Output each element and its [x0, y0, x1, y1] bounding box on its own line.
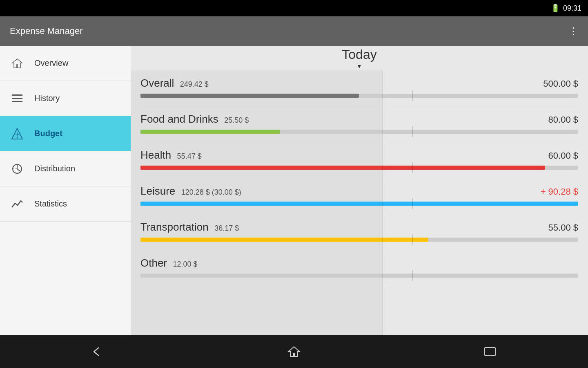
- sidebar-item-statistics[interactable]: Statistics: [0, 186, 131, 222]
- budget-spent-health: 55.47 $: [177, 152, 202, 160]
- progress-container-overall: [140, 94, 578, 98]
- back-button[interactable]: [82, 335, 114, 368]
- app-bar: Expense Manager ⋮: [0, 16, 588, 46]
- budget-item-food: Food and Drinks 25.50 $ 80.00 $: [140, 106, 578, 142]
- status-bar: 🔋 09:31: [0, 0, 588, 16]
- budget-item-leisure: Leisure 120.28 $ (30.00 $) + 90.28 $: [140, 178, 578, 214]
- budget-item-header-leisure: Leisure 120.28 $ (30.00 $) + 90.28 $: [140, 185, 578, 197]
- statistics-icon: [10, 198, 24, 210]
- main-content: Overview History: [0, 46, 588, 335]
- status-time: 09:31: [563, 4, 581, 13]
- budget-title-leisure: Leisure: [140, 185, 175, 197]
- budget-limit-overall: 500.00 $: [543, 79, 578, 89]
- budget-limit-health: 60.00 $: [548, 150, 578, 161]
- today-label: Today: [342, 47, 376, 62]
- content-area: Today ▼ Overall 249.42 $ 500.00 $: [131, 46, 588, 335]
- budget-spent-leisure: 120.28 $ (30.00 $): [181, 188, 241, 196]
- content-wrapper: Overall 249.42 $ 500.00 $ Food and D: [131, 70, 588, 335]
- budget-item-header-health: Health 55.47 $ 60.00 $: [140, 149, 578, 162]
- sidebar-label-statistics: Statistics: [34, 199, 67, 209]
- recents-button[interactable]: [474, 335, 506, 368]
- progress-bar-food: [140, 130, 280, 134]
- budget-spent-other: 12.00 $: [173, 260, 197, 268]
- budget-title-health: Health: [140, 149, 171, 161]
- progress-bar-overall: [140, 94, 359, 98]
- budget-spent-overall: 249.42 $: [180, 80, 209, 88]
- progress-today-line-overall: [412, 90, 413, 101]
- budget-title-overall: Overall: [140, 77, 174, 89]
- budget-title-other: Other: [140, 257, 167, 269]
- progress-bar-leisure: [140, 202, 578, 206]
- budget-title-food: Food and Drinks: [140, 113, 218, 125]
- sidebar-label-distribution: Distribution: [34, 164, 75, 173]
- budget-list: Overall 249.42 $ 500.00 $ Food and D: [131, 70, 588, 335]
- progress-container-health: [140, 166, 578, 170]
- sidebar-label-budget: Budget: [34, 129, 62, 138]
- progress-today-line-health: [412, 162, 413, 173]
- progress-bar-health: [140, 166, 545, 170]
- home-button[interactable]: [278, 335, 310, 368]
- budget-limit-transportation: 55.00 $: [548, 222, 578, 233]
- budget-item-header-transportation: Transportation 36.17 $ 55.00 $: [140, 221, 578, 233]
- battery-icon: 🔋: [551, 4, 560, 13]
- svg-line-9: [17, 169, 21, 172]
- budget-item-left-food: Food and Drinks 25.50 $: [140, 113, 249, 126]
- sidebar-item-budget[interactable]: Budget: [0, 116, 131, 151]
- sidebar-label-history: History: [34, 94, 60, 103]
- sidebar-item-overview[interactable]: Overview: [0, 46, 131, 81]
- budget-item-left-other: Other 12.00 $: [140, 257, 198, 269]
- budget-icon: [10, 128, 24, 140]
- budget-item-overall: Overall 249.42 $ 500.00 $: [140, 70, 578, 106]
- progress-today-line-other: [412, 270, 413, 281]
- today-arrow: ▼: [356, 63, 362, 70]
- budget-limit-leisure: + 90.28 $: [541, 186, 578, 197]
- budget-item-header-overall: Overall 249.42 $ 500.00 $: [140, 77, 578, 90]
- app-title: Expense Manager: [10, 26, 83, 36]
- today-label-wrapper: Today ▼: [131, 46, 588, 70]
- progress-today-line-food: [412, 126, 413, 137]
- progress-container-other: [140, 274, 578, 278]
- progress-container-leisure: [140, 202, 578, 206]
- distribution-icon: [10, 163, 24, 175]
- svg-point-5: [17, 137, 18, 138]
- today-section: Today ▼: [131, 46, 588, 70]
- home-icon: [10, 57, 24, 70]
- sidebar-label-overview: Overview: [34, 58, 68, 68]
- nav-bar: [0, 335, 588, 368]
- budget-item-left-health: Health 55.47 $: [140, 149, 202, 162]
- budget-item-left-leisure: Leisure 120.28 $ (30.00 $): [140, 185, 241, 197]
- budget-spent-food: 25.50 $: [224, 116, 249, 124]
- sidebar-item-history[interactable]: History: [0, 81, 131, 116]
- budget-item-left-transportation: Transportation 36.17 $: [140, 221, 239, 233]
- budget-item-transportation: Transportation 36.17 $ 55.00 $: [140, 214, 578, 250]
- svg-rect-0: [12, 94, 22, 96]
- history-icon: [10, 93, 24, 104]
- progress-today-line-transportation: [412, 234, 413, 245]
- progress-container-transportation: [140, 238, 578, 242]
- progress-container-food: [140, 130, 578, 134]
- budget-spent-transportation: 36.17 $: [214, 224, 239, 232]
- svg-rect-2: [12, 101, 22, 102]
- budget-item-health: Health 55.47 $ 60.00 $: [140, 142, 578, 178]
- sidebar: Overview History: [0, 46, 131, 335]
- budget-limit-food: 80.00 $: [548, 114, 578, 125]
- budget-item-other: Other 12.00 $: [140, 250, 578, 286]
- budget-item-header-other: Other 12.00 $: [140, 257, 578, 269]
- svg-rect-11: [485, 348, 495, 356]
- progress-bar-transportation: [140, 238, 428, 242]
- budget-title-transportation: Transportation: [140, 221, 209, 233]
- budget-item-header-food: Food and Drinks 25.50 $ 80.00 $: [140, 113, 578, 126]
- progress-today-line-leisure: [412, 198, 413, 209]
- svg-rect-1: [12, 98, 22, 99]
- sidebar-item-distribution[interactable]: Distribution: [0, 151, 131, 186]
- budget-item-left-overall: Overall 249.42 $: [140, 77, 209, 90]
- overflow-menu-button[interactable]: ⋮: [568, 25, 578, 37]
